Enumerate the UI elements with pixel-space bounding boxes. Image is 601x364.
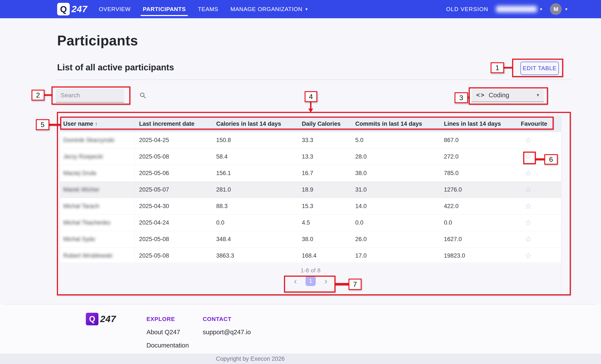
annotation-connector-4 [310, 102, 311, 109]
annotation-label-5: 5 [36, 119, 49, 130]
calories-14d-cell: 88.3 [212, 203, 299, 210]
participant-name-blurred: Michal Tkachenko [63, 219, 110, 226]
annotation-connector-3 [467, 97, 470, 98]
column-header-commits-14d[interactable]: Commits in last 14 days [353, 120, 440, 127]
annotation-arrowhead-4 [308, 108, 313, 112]
participant-name-blurred: Robert Wroblewski [63, 252, 112, 259]
nav-item-participants[interactable]: PARTICIPANTS [143, 0, 186, 18]
star-icon[interactable]: ☆ [525, 252, 532, 260]
last-increment-date-cell: 2025-05-06 [135, 170, 212, 177]
lines-14d-cell: 1627.0 [440, 236, 518, 243]
caret-down-icon: ▾ [540, 7, 542, 12]
star-icon[interactable]: ☆ [525, 186, 532, 194]
daily-calories-cell: 168.4 [299, 252, 353, 259]
lines-14d-cell: 0.0 [440, 219, 518, 226]
calories-14d-cell: 156.1 [212, 170, 299, 177]
last-increment-date-cell: 2025-04-30 [135, 203, 212, 210]
nav-item-label: MANAGE ORGANIZATION [230, 6, 302, 13]
footer-link-documentation[interactable]: Documentation [146, 342, 189, 349]
table-row: Dominik Skarzynski 2025-04-25 150.8 33.3… [60, 132, 561, 148]
avatar[interactable]: M [550, 3, 562, 15]
favourite-cell: ☆ [518, 252, 561, 260]
star-icon[interactable]: ☆ [525, 219, 532, 227]
chevron-left-icon[interactable]: ‹ [293, 277, 298, 285]
star-icon[interactable]: ☆ [525, 202, 532, 210]
table-header-row: User name↑ Last increment date Calories … [60, 116, 561, 132]
lines-14d-cell: 19823.0 [440, 252, 518, 259]
column-header-calories-14d[interactable]: Calories in last 14 days [212, 120, 299, 127]
calories-14d-cell: 348.4 [212, 236, 299, 243]
daily-calories-cell: 18.9 [299, 186, 353, 193]
user-menu[interactable]: M ▾ [550, 3, 567, 15]
footer-link-support-email[interactable]: support@q247.io [203, 329, 251, 336]
logo-247-text: 247 [100, 314, 116, 324]
edit-table-button[interactable]: EDIT TABLE [521, 62, 559, 75]
page-1-button[interactable]: 1 [305, 276, 316, 286]
lines-14d-cell: 1276.0 [440, 186, 518, 193]
column-header-last-increment-date[interactable]: Last increment date [135, 120, 212, 127]
star-icon[interactable]: ☆ [525, 136, 532, 144]
caret-down-icon: ▾ [305, 7, 308, 12]
star-icon[interactable]: ☆ [525, 153, 532, 161]
nav-item-overview[interactable]: OVERVIEW [99, 0, 130, 18]
participant-name-cell: Michal Tkachenko [60, 215, 135, 231]
nav-item-teams[interactable]: TEAMS [198, 0, 218, 18]
column-header-lines-14d[interactable]: Lines in last 14 days [440, 120, 518, 127]
daily-calories-cell: 15.3 [299, 203, 353, 210]
annotation-connector-1 [504, 67, 512, 69]
annotation-connector-2 [44, 94, 52, 96]
commits-14d-cell: 5.0 [353, 137, 440, 144]
footer-logo[interactable]: Q 247 [86, 313, 116, 325]
calories-14d-cell: 281.0 [212, 186, 299, 193]
annotation-label-2: 2 [31, 90, 45, 100]
commits-14d-cell: 28.0 [353, 153, 440, 160]
favourite-cell: ☆ [518, 153, 561, 161]
q247-logo[interactable]: Q 247 [57, 3, 87, 15]
logo-q-glyph: Q [89, 315, 95, 324]
daily-calories-cell: 13.3 [299, 153, 353, 160]
annotation-label-3: 3 [455, 92, 468, 103]
star-icon[interactable]: ☆ [525, 235, 532, 243]
table-row: Michal Tkachenko 2025-04-24 0.0 4.5 0.0 … [60, 215, 561, 231]
chevron-right-icon[interactable]: › [323, 277, 329, 285]
activity-filter-select[interactable]: <> Coding ▾ [471, 89, 544, 102]
caret-down-icon: ▾ [565, 7, 567, 12]
column-header-daily-calories[interactable]: Daily Calories [299, 120, 353, 127]
table-row: Maciej Grula 2025-05-06 156.1 16.7 38.0 … [60, 165, 561, 182]
annotation-label-4: 4 [305, 91, 317, 102]
calories-14d-cell: 150.8 [212, 137, 299, 144]
old-version-link[interactable]: OLD VERSION [446, 6, 488, 13]
column-header-user-name[interactable]: User name↑ [60, 116, 135, 132]
column-header-favourite[interactable]: Favourite [518, 120, 561, 127]
commits-14d-cell: 38.0 [353, 170, 440, 177]
star-icon[interactable]: ☆ [525, 169, 532, 177]
organization-selector[interactable]: ▾ [496, 6, 542, 12]
copyright-bar: Copyright by Execon 2026 [0, 354, 601, 364]
nav-right: OLD VERSION ▾ M ▾ [446, 0, 567, 18]
footer-contact-column: CONTACT support@q247.io [203, 316, 251, 336]
footer-explore-column: EXPLORE About Q247 Documentation [146, 316, 189, 349]
participant-name-cell: Jerzy Rzepecki [60, 148, 135, 165]
favourite-cell: ☆ [518, 186, 561, 194]
last-increment-date-cell: 2025-04-24 [135, 219, 212, 226]
participants-table: User name↑ Last increment date Calories … [60, 116, 561, 295]
search-field [56, 89, 124, 102]
logo-q-glyph: Q [60, 5, 67, 13]
daily-calories-cell: 4.5 [299, 219, 353, 226]
lines-14d-cell: 422.0 [440, 203, 518, 210]
search-icon[interactable] [140, 92, 146, 98]
column-label: User name [63, 120, 93, 127]
participant-name-cell: Marek Wicher [60, 182, 135, 198]
footer-link-about[interactable]: About Q247 [146, 329, 189, 336]
nav-item-manage-organization[interactable]: MANAGE ORGANIZATION▾ [230, 0, 308, 18]
annotation-connector-5 [49, 124, 61, 126]
daily-calories-cell: 16.7 [299, 170, 353, 177]
favourite-cell: ☆ [518, 169, 561, 177]
commits-14d-cell: 0.0 [353, 219, 440, 226]
calories-14d-cell: 3863.3 [212, 252, 299, 259]
favourite-cell: ☆ [518, 235, 561, 243]
last-increment-date-cell: 2025-04-25 [135, 137, 212, 144]
commits-14d-cell: 31.0 [353, 186, 440, 193]
pagination-strip: 1-8 of 8 ‹ 1 › [60, 262, 561, 295]
search-input[interactable] [56, 92, 140, 99]
